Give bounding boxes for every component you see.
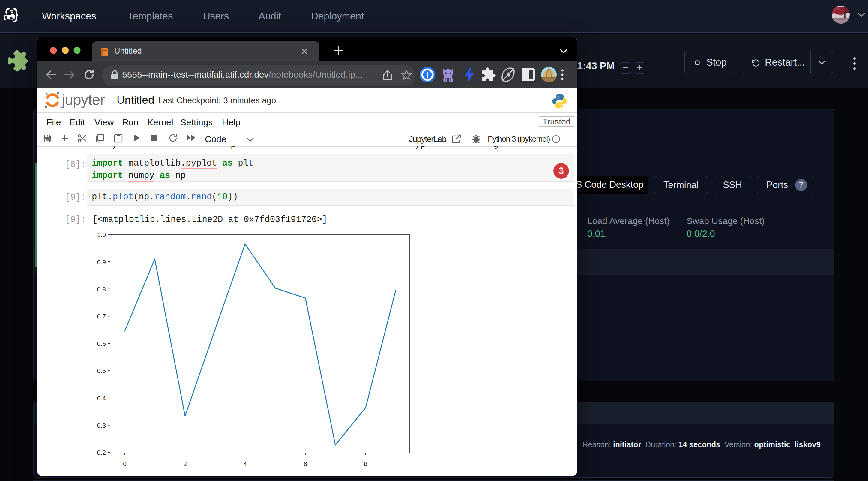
svg-text:6: 6 — [304, 460, 307, 467]
svg-text:0.2: 0.2 — [97, 449, 106, 456]
svg-text:0.9: 0.9 — [97, 258, 106, 265]
svg-text:4: 4 — [243, 460, 247, 467]
svg-text:0.7: 0.7 — [97, 313, 106, 320]
svg-text:0.8: 0.8 — [97, 286, 106, 293]
svg-text:1.0: 1.0 — [97, 231, 106, 238]
svg-text:0: 0 — [123, 460, 127, 467]
svg-text:0.6: 0.6 — [97, 340, 106, 347]
svg-text:0.3: 0.3 — [97, 422, 106, 429]
svg-text:8: 8 — [364, 460, 367, 467]
svg-text:0.4: 0.4 — [97, 395, 106, 402]
svg-text:2: 2 — [183, 460, 187, 467]
svg-text:0.5: 0.5 — [97, 367, 106, 374]
